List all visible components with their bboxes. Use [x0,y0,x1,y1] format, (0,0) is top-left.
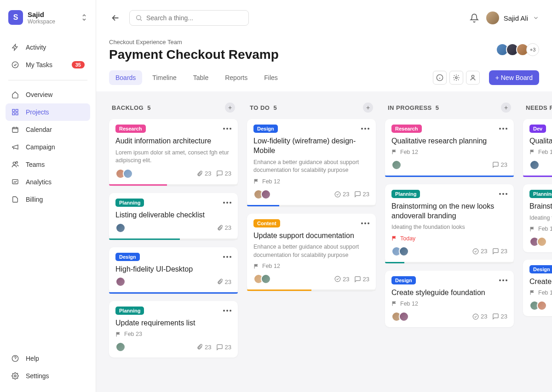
search-box[interactable] [129,10,249,26]
workspace-logo: S [8,10,23,25]
card-menu-button[interactable] [499,279,507,281]
card-progress [109,184,238,186]
card-assignees[interactable] [529,237,547,247]
svg-rect-4 [16,113,18,115]
project-members[interactable]: +3 [496,43,539,56]
card-menu-button[interactable] [361,222,369,224]
card-assignees[interactable] [115,277,126,287]
task-card[interactable]: Design High-fidelity UI-Desktop 23 [109,247,238,294]
back-button[interactable] [109,11,122,24]
sidebar: S Sajid Workspace Activity My Tasks 35 O… [0,0,96,392]
grid-icon [11,108,19,116]
card-assignees[interactable] [253,274,271,284]
tab-files[interactable]: Files [258,70,284,85]
task-card[interactable]: Planning Brainstorming on the new looks … [385,184,514,263]
card-tag: Research [391,125,422,133]
nav-mytasks[interactable]: My Tasks 35 [6,56,90,74]
column-count: 5 [147,104,150,111]
avatar-overflow[interactable]: +3 [526,43,539,56]
home-icon [11,91,19,99]
user-name: Sajid Ali [504,14,528,22]
nav-calendar[interactable]: Calendar [6,121,90,138]
task-card[interactable]: Research Qualitative research planning F… [385,119,514,177]
notifications-button[interactable] [470,13,479,23]
task-card[interactable]: Design Create styleguide Feb 12 [523,260,552,316]
tab-table[interactable]: Table [187,70,215,85]
card-progress [385,262,514,263]
new-board-button[interactable]: + New Board [489,70,539,85]
card-title: Brainstorming on the new looks andoveral… [391,202,507,221]
task-card[interactable]: Dev Qualitative Feb 12 [523,119,552,177]
bolt-icon [11,43,19,51]
task-card[interactable]: Design Low-fidelity (wireframe) design- … [247,119,376,206]
card-tag: Design [115,253,140,261]
card-assignees[interactable] [391,246,409,256]
add-card-button[interactable]: + [225,102,235,113]
nav-help[interactable]: Help [6,350,90,367]
nav-activity[interactable]: Activity [6,39,90,56]
avatar [399,246,409,256]
nav-projects[interactable]: Projects [6,103,90,121]
nav-label: Campaign [26,143,55,151]
card-tag: Dev [529,125,546,133]
add-card-button[interactable]: + [501,102,511,113]
task-card[interactable]: Content Update support documentation Enh… [247,214,376,291]
card-menu-button[interactable] [223,310,231,312]
user-menu[interactable]: Sajid Ali [486,11,539,24]
svg-rect-1 [12,109,15,112]
chevron-down-icon [533,15,539,21]
view-tabs-row: Boards Timeline Table Reports Files + Ne… [96,62,552,91]
card-menu-button[interactable] [223,128,231,130]
card-assignees[interactable] [115,342,126,352]
card-assignees[interactable] [253,189,271,199]
card-assignees[interactable] [115,223,126,233]
attachment-count: 23 [217,278,231,285]
avatar [391,160,402,170]
task-card[interactable]: Design Create styleguide foundation Feb … [385,271,514,327]
card-menu-button[interactable] [499,193,507,195]
tab-reports[interactable]: Reports [218,70,254,85]
card-assignees[interactable] [391,312,409,322]
nav-label: Help [26,355,39,362]
member-button[interactable] [466,71,480,85]
nav-label: Billing [26,196,43,203]
card-tag: Design [529,265,552,273]
nav-teams[interactable]: Teams [6,156,90,173]
add-card-button[interactable]: + [363,102,373,113]
task-card[interactable]: Research Audit information architecture … [109,119,238,186]
search-input[interactable] [146,14,243,22]
board-column: NEEDS REVIEW + Dev Qualitative Feb 12 Pl… [523,102,552,381]
avatar [115,342,126,352]
tab-boards[interactable]: Boards [109,70,142,85]
nav-overview[interactable]: Overview [6,86,90,103]
svg-point-16 [473,249,478,254]
nav-label: My Tasks [26,61,52,68]
nav-settings[interactable]: Settings [6,367,90,385]
card-menu-button[interactable] [223,202,231,204]
task-card[interactable]: Planning Listing deliverable checklist 2… [109,193,238,240]
task-card[interactable]: Planning Brainstorming andoverall Ideati… [523,184,552,252]
card-assignees[interactable] [529,301,547,311]
settings-button[interactable] [449,71,463,85]
card-assignees[interactable] [115,169,133,179]
task-card[interactable]: Planning Update requirements list Feb 23… [109,301,238,358]
tab-timeline[interactable]: Timeline [146,70,183,85]
card-assignees[interactable] [391,160,402,170]
nav-label: Analytics [26,178,52,186]
nav-campaign[interactable]: Campaign [6,138,90,156]
svg-point-0 [12,62,18,68]
card-menu-button[interactable] [361,128,369,130]
column-count: 5 [436,104,439,111]
card-assignees[interactable] [529,160,540,170]
nav-analytics[interactable]: Analytics [6,173,90,191]
nav-billing[interactable]: Billing [6,191,90,208]
svg-point-14 [335,192,340,197]
chart-icon [11,178,19,186]
card-menu-button[interactable] [499,128,507,130]
info-button[interactable] [433,71,447,85]
comment-count: 23 [216,344,231,351]
column-title: NEEDS REVIEW [526,104,552,111]
workspace-switcher[interactable]: S Sajid Workspace [6,7,90,28]
card-date: Feb 12 [253,263,369,269]
card-menu-button[interactable] [223,256,231,258]
